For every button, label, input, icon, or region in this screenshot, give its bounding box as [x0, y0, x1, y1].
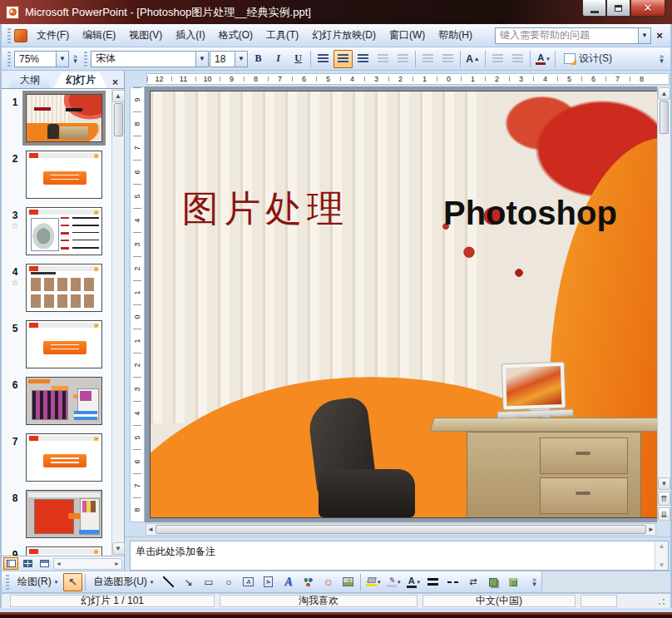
shadow-style-button[interactable]	[483, 573, 502, 591]
slide-thumbnail[interactable]	[26, 264, 102, 312]
fill-color-button[interactable]: ▾	[363, 573, 383, 591]
menu-item-3[interactable]: 视图(V)	[122, 25, 169, 46]
thumbnails-scrollbar[interactable]: ▲ ▼	[111, 89, 124, 556]
powerpoint-app-icon[interactable]	[6, 6, 19, 19]
rectangle-tool-button[interactable]: ▭	[199, 573, 218, 591]
align-left-button[interactable]	[314, 50, 333, 68]
scroll-up-icon[interactable]: ▲	[112, 90, 125, 102]
menu-item-2[interactable]: 编辑(E)	[76, 25, 122, 46]
chevron-down-icon[interactable]: ▼	[638, 28, 650, 43]
line-tool-button[interactable]	[159, 573, 178, 591]
chevron-down-icon[interactable]: ▾	[546, 56, 550, 62]
vertical-scrollbar[interactable]: ▲ ▼ ⇈ ⇊	[657, 87, 670, 522]
toolbar-grip[interactable]	[7, 52, 11, 67]
notes-scrollbar[interactable]: ▲ ▼	[655, 541, 668, 570]
slide-thumbnail[interactable]	[26, 546, 102, 556]
scroll-down-icon[interactable]: ▼	[112, 542, 125, 555]
chevron-down-icon[interactable]: ▾	[418, 579, 421, 586]
line-color-button[interactable]: ✎▾	[383, 573, 403, 591]
bullets-button[interactable]	[438, 50, 457, 68]
numbering-button[interactable]	[418, 50, 437, 68]
notes-placeholder[interactable]: 单击此处添加备注	[131, 541, 655, 570]
chevron-down-icon[interactable]: ▾	[378, 579, 381, 586]
font-color-button[interactable]: A ▾	[533, 50, 552, 68]
chevron-down-icon[interactable]: ▼	[56, 52, 68, 67]
toolbar-grip[interactable]	[6, 575, 9, 590]
previous-slide-button[interactable]: ⇈	[658, 492, 670, 506]
pane-horizontal-scrollbar[interactable]: ◄►	[53, 558, 122, 570]
language-indicator[interactable]: 中文(中国)	[422, 595, 576, 607]
font-name-combo[interactable]: 宋体 ▼	[91, 51, 209, 67]
scrollbar-thumb[interactable]	[114, 103, 123, 136]
clip-art-button[interactable]: ☺	[319, 573, 338, 591]
slide-thumbnail[interactable]	[26, 377, 102, 425]
menu-item-9[interactable]: 帮助(H)	[432, 25, 479, 46]
menu-item-1[interactable]: 文件(F)	[30, 25, 76, 46]
scroll-up-icon[interactable]: ▲	[658, 87, 670, 100]
slide-thumbnail[interactable]	[26, 151, 102, 199]
oval-tool-button[interactable]: ○	[219, 573, 238, 591]
slide-editing-surface[interactable]: 图片处理 Photoshop	[150, 91, 657, 518]
zoom-combo[interactable]: 75% ▼	[14, 51, 69, 67]
align-right-button[interactable]	[353, 50, 373, 68]
minimize-button[interactable]	[582, 0, 606, 17]
resize-grip-icon[interactable]	[657, 597, 665, 606]
document-close-icon[interactable]: ×	[652, 29, 667, 42]
3d-style-button[interactable]	[503, 573, 522, 591]
underline-button[interactable]: U	[289, 50, 308, 68]
chevron-down-icon[interactable]: ▾	[398, 579, 401, 586]
slide-title-english[interactable]: Photoshop	[443, 195, 617, 232]
tab-slides[interactable]: 幻灯片	[54, 72, 107, 88]
font-size-combo[interactable]: 18 ▼	[210, 51, 248, 67]
design-button[interactable]: 设计(S)	[558, 50, 618, 68]
distribute-text-button[interactable]	[373, 50, 393, 68]
menu-item-4[interactable]: 插入(I)	[169, 25, 211, 46]
autoshapes-menu-button[interactable]: 自选图形(U)▾	[88, 572, 158, 591]
dash-style-button[interactable]	[443, 573, 462, 591]
slide-thumbnail[interactable]	[26, 490, 102, 538]
tab-outline[interactable]: 大纲	[8, 72, 52, 88]
wordart-button[interactable]: A	[279, 573, 298, 591]
slideshow-view-button[interactable]	[37, 557, 52, 570]
insert-picture-button[interactable]	[338, 573, 358, 591]
change-text-direction-button[interactable]	[393, 50, 413, 68]
chevron-down-icon[interactable]: ▼	[195, 52, 208, 67]
chevron-down-icon[interactable]: ▼	[235, 52, 247, 67]
slide-sorter-view-button[interactable]	[20, 557, 35, 570]
slide-canvas[interactable]: 图片处理 Photoshop	[145, 87, 657, 522]
normal-view-button[interactable]	[3, 557, 18, 570]
align-center-button[interactable]	[334, 50, 353, 68]
scroll-left-icon[interactable]: ◄	[56, 561, 62, 566]
draw-menu-button[interactable]: 绘图(R)▾	[12, 572, 62, 591]
increase-indent-button[interactable]	[508, 50, 527, 68]
bold-button[interactable]: B	[249, 50, 268, 68]
scroll-right-icon[interactable]: ►	[648, 526, 655, 533]
slide-thumbnail[interactable]	[26, 94, 102, 142]
notes-pane[interactable]: 单击此处添加备注 ▲ ▼	[130, 541, 669, 571]
scroll-down-icon[interactable]: ▼	[659, 561, 665, 569]
toolbar-overflow-icon[interactable]: »▾	[529, 571, 540, 593]
scroll-up-icon[interactable]: ▲	[659, 542, 665, 550]
horizontal-scrollbar[interactable]: ◄ ►	[146, 523, 656, 536]
scrollbar-thumb[interactable]	[156, 525, 646, 534]
line-style-button[interactable]	[423, 573, 442, 591]
slide-title-chinese[interactable]: 图片处理	[182, 185, 348, 234]
pane-close-icon[interactable]: ×	[110, 77, 121, 88]
slide-thumbnail[interactable]	[26, 320, 102, 368]
text-box-button[interactable]: A	[239, 573, 258, 591]
increase-font-size-button[interactable]: A▲	[463, 50, 482, 68]
slide-thumbnail[interactable]	[26, 207, 102, 255]
slide-thumbnail[interactable]	[26, 433, 102, 482]
close-button[interactable]: ✕	[630, 0, 665, 17]
scrollbar-thumb[interactable]	[660, 101, 669, 134]
menu-item-7[interactable]: 幻灯片放映(D)	[305, 25, 383, 46]
restore-button[interactable]	[606, 0, 630, 17]
decrease-indent-button[interactable]	[488, 50, 507, 68]
menu-item-6[interactable]: 工具(T)	[259, 25, 305, 46]
toolbar-overflow-icon[interactable]: »▾	[656, 48, 667, 70]
scroll-down-icon[interactable]: ▼	[658, 477, 670, 490]
next-slide-button[interactable]: ⇊	[658, 507, 670, 522]
presentation-doc-icon[interactable]	[14, 29, 27, 42]
italic-button[interactable]: I	[269, 50, 288, 68]
vertical-text-box-button[interactable]: A	[259, 573, 278, 591]
